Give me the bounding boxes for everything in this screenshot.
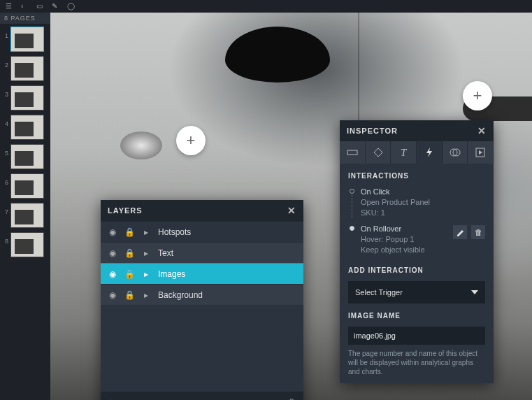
page-number: 5 bbox=[3, 144, 8, 157]
lock-icon[interactable]: 🔒 bbox=[124, 248, 134, 258]
car-mirror-icon bbox=[225, 27, 330, 83]
image-name-input[interactable]: image06.jpg bbox=[348, 327, 485, 345]
inspector-title: INSPECTOR bbox=[347, 127, 398, 135]
page-number: 1 bbox=[3, 27, 8, 39]
layers-footer: + 🗑 bbox=[101, 392, 303, 400]
interaction-item[interactable]: On Click Open Product Panel SKU: 1 bbox=[340, 184, 494, 221]
tab-text[interactable]: T bbox=[391, 141, 417, 164]
bullet-icon bbox=[350, 226, 354, 231]
thumbnail-icon bbox=[10, 232, 44, 257]
thumbnail-icon bbox=[10, 85, 44, 110]
image-name-value: image06.jpg bbox=[354, 331, 396, 340]
add-interaction-title: ADD INTERACTION bbox=[340, 258, 494, 278]
expand-icon[interactable]: ▸ bbox=[141, 227, 151, 237]
tab-effects[interactable] bbox=[443, 141, 468, 164]
inspector-panel: INSPECTOR ✕ T INTERACTIONS bbox=[340, 120, 494, 383]
bullet-icon bbox=[350, 189, 354, 194]
lock-icon[interactable]: 🔒 bbox=[124, 227, 134, 237]
page-thumb[interactable]: 8 bbox=[3, 232, 48, 257]
thumbnail-icon bbox=[10, 203, 44, 228]
inspector-panel-header[interactable]: INSPECTOR ✕ bbox=[340, 120, 494, 141]
add-hotspot-button[interactable]: + bbox=[176, 126, 206, 155]
interaction-detail: Keep object visible bbox=[361, 245, 447, 255]
expand-icon[interactable]: ▸ bbox=[141, 269, 151, 279]
delete-layer-button[interactable]: 🗑 bbox=[288, 397, 296, 400]
edit-interaction-button[interactable] bbox=[453, 225, 467, 239]
interaction-item-selected[interactable]: On Rollover Hover: Popup 1 Keep object v… bbox=[340, 221, 494, 258]
visibility-icon[interactable]: ◉ bbox=[108, 269, 117, 279]
layers-title: LAYERS bbox=[108, 206, 143, 215]
select-trigger-label: Select Trigger bbox=[355, 288, 403, 297]
layer-row-selected[interactable]: ◉ 🔒 ▸ Images bbox=[101, 263, 303, 284]
page-number: 7 bbox=[3, 203, 8, 215]
car-light-icon bbox=[120, 131, 162, 159]
interactions-section-title: INTERACTIONS bbox=[340, 164, 494, 184]
page-thumb[interactable]: 1 bbox=[3, 27, 48, 52]
lock-icon[interactable]: 🔒 bbox=[124, 269, 134, 279]
tab-interactions[interactable] bbox=[417, 141, 443, 164]
expand-icon[interactable]: ▸ bbox=[141, 290, 151, 300]
layer-label: Hotspots bbox=[158, 227, 296, 237]
page-thumb[interactable]: 5 bbox=[3, 144, 48, 169]
page-thumb[interactable]: 7 bbox=[3, 203, 48, 228]
tool-select-icon[interactable]: ▭ bbox=[36, 2, 45, 10]
add-hotspot-button[interactable]: + bbox=[463, 81, 492, 110]
thumbnail-icon bbox=[10, 144, 44, 169]
interaction-detail: SKU: 1 bbox=[361, 208, 485, 218]
select-trigger-dropdown[interactable]: Select Trigger bbox=[348, 281, 485, 303]
visibility-icon[interactable]: ◉ bbox=[108, 290, 117, 300]
layer-row[interactable]: ◉ 🔒 ▸ Background bbox=[101, 284, 303, 305]
thumbnail-icon bbox=[10, 115, 44, 140]
tool-pen-icon[interactable]: ✎ bbox=[52, 2, 60, 10]
chevron-down-icon bbox=[471, 290, 478, 294]
text-icon: T bbox=[401, 147, 406, 159]
image-name-hint: The page number and name of this object … bbox=[348, 349, 485, 376]
page-number: 2 bbox=[3, 56, 8, 69]
add-layer-button[interactable]: + bbox=[108, 397, 113, 400]
trash-icon: 🗑 bbox=[475, 228, 482, 236]
tool-shape-icon[interactable]: ◯ bbox=[67, 2, 76, 10]
layer-label: Images bbox=[158, 269, 296, 279]
back-icon[interactable]: ‹ bbox=[21, 2, 29, 10]
interaction-trigger: On Click bbox=[361, 187, 485, 197]
ruler-icon bbox=[347, 147, 358, 158]
tab-ruler[interactable] bbox=[340, 141, 366, 164]
pages-sidebar: 1 2 3 4 5 6 7 8 bbox=[0, 24, 50, 400]
page-number: 8 bbox=[3, 232, 8, 245]
layer-label: Background bbox=[158, 290, 296, 300]
page-thumb[interactable]: 6 bbox=[3, 173, 48, 199]
svg-rect-0 bbox=[347, 150, 357, 155]
page-thumb[interactable]: 4 bbox=[3, 115, 48, 140]
page-thumb[interactable]: 2 bbox=[3, 56, 48, 81]
expand-icon[interactable]: ▸ bbox=[141, 248, 151, 258]
page-thumb[interactable]: 3 bbox=[3, 85, 48, 110]
layer-row[interactable]: ◉ 🔒 ▸ Text bbox=[101, 242, 303, 263]
interaction-action: Open Product Panel bbox=[361, 197, 485, 208]
inspector-tabs: T bbox=[340, 141, 494, 164]
tab-shape[interactable] bbox=[366, 141, 391, 164]
delete-interaction-button[interactable]: 🗑 bbox=[471, 225, 485, 239]
close-icon[interactable]: ✕ bbox=[287, 205, 296, 216]
canvas-area[interactable]: + + LAYERS ✕ ◉ 🔒 ▸ Hotspots ◉ 🔒 ▸ Text ◉… bbox=[50, 13, 532, 400]
circles-icon bbox=[450, 147, 461, 158]
pencil-icon bbox=[456, 228, 464, 236]
layer-row[interactable]: ◉ 🔒 ▸ Hotspots bbox=[101, 221, 303, 242]
interaction-action: Hover: Popup 1 bbox=[361, 234, 447, 245]
visibility-icon[interactable]: ◉ bbox=[108, 227, 117, 237]
menu-icon[interactable]: ☰ bbox=[6, 2, 14, 10]
page-number: 4 bbox=[3, 115, 8, 127]
close-icon[interactable]: ✕ bbox=[477, 125, 487, 136]
top-toolbar: ☰ ‹ ▭ ✎ ◯ bbox=[0, 0, 532, 13]
image-name-title: IMAGE NAME bbox=[340, 303, 494, 324]
pages-count-label: 8 PAGES bbox=[0, 13, 50, 24]
page-number: 3 bbox=[3, 85, 8, 98]
lock-icon[interactable]: 🔒 bbox=[124, 290, 134, 300]
visibility-icon[interactable]: ◉ bbox=[108, 248, 117, 258]
lightning-icon bbox=[424, 147, 434, 158]
diamond-icon bbox=[373, 147, 384, 158]
play-icon bbox=[475, 148, 485, 157]
layer-label: Text bbox=[158, 248, 296, 258]
layers-panel-header[interactable]: LAYERS ✕ bbox=[101, 200, 303, 221]
interaction-trigger: On Rollover bbox=[361, 224, 447, 234]
tab-preview[interactable] bbox=[468, 141, 494, 164]
